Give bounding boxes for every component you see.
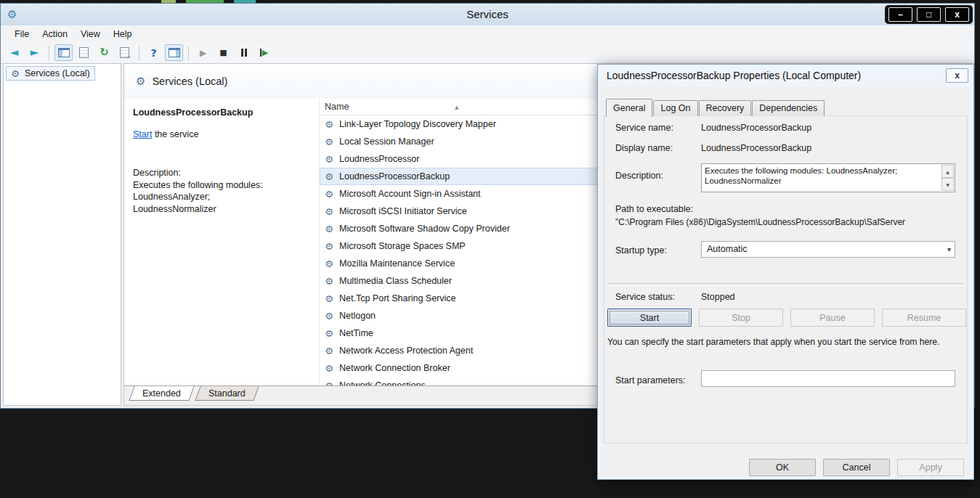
name-column-label: Name xyxy=(325,102,349,112)
export-list-icon: → xyxy=(120,47,129,58)
service-name-label: Microsoft iSCSI Initiator Service xyxy=(339,206,467,216)
pause-service-button[interactable] xyxy=(235,44,253,61)
service-gear-icon: ⚙ xyxy=(323,224,335,234)
scroll-up-button[interactable]: ▲ xyxy=(941,165,954,178)
menu-item-action[interactable]: Action xyxy=(36,27,74,41)
refresh-button[interactable]: ↻ xyxy=(95,44,113,61)
start-service-button[interactable]: ▶ xyxy=(194,44,212,61)
ok-button[interactable]: OK xyxy=(749,459,816,476)
display-name-value: LoudnessProcessorBackup xyxy=(701,143,811,153)
startup-type-value: Automatic xyxy=(707,242,748,257)
service-gear-icon: ⚙ xyxy=(323,137,335,147)
service-gear-icon: ⚙ xyxy=(323,364,335,373)
description-scrollbar: ▲ ▼ xyxy=(941,165,954,191)
tree-item-label: Services (Local) xyxy=(25,68,90,78)
toolbar-separator xyxy=(139,46,139,60)
description-textbox[interactable]: Executes the following modules: Loudness… xyxy=(701,163,955,192)
export-arrow-icon: → xyxy=(124,52,131,60)
service-gear-icon: ⚙ xyxy=(323,120,335,129)
close-button[interactable]: x xyxy=(945,7,969,22)
toolbar-separator xyxy=(188,46,189,60)
properties-icon xyxy=(79,47,89,58)
menu-item-help[interactable]: Help xyxy=(107,27,139,41)
dialog-title: LoudnessProcessorBackup Properties (Loca… xyxy=(607,65,861,86)
tab-extended[interactable]: Extended xyxy=(129,386,194,401)
start-service-icon: ▶ xyxy=(200,49,206,57)
resume-button[interactable]: Resume xyxy=(882,309,966,327)
description-text: Executes the following modules: Loudness… xyxy=(705,166,939,186)
dialog-close-button[interactable]: x xyxy=(946,68,968,83)
toolbar: ◄ ► ↻ → ? ▶ ■ ▶ xyxy=(1,42,974,64)
service-name-label: Service name: xyxy=(615,123,673,133)
path-to-executable-value: "C:\Program Files (x86)\DigaSystem\Loudn… xyxy=(615,217,971,227)
service-name-label: Microsoft Storage Spaces SMP xyxy=(339,241,466,251)
scroll-down-button[interactable]: ▼ xyxy=(941,178,954,191)
apply-button[interactable]: Apply xyxy=(897,459,964,476)
properties-button[interactable] xyxy=(75,44,93,61)
dialog-titlebar: LoudnessProcessorBackup Properties (Loca… xyxy=(598,65,973,87)
start-service-link[interactable]: Start xyxy=(133,129,152,139)
service-name-label: Microsoft Software Shadow Copy Provider xyxy=(339,224,510,234)
tab-dependencies[interactable]: Dependencies xyxy=(752,100,825,116)
description-label: Description: xyxy=(133,167,272,179)
console-tree-button[interactable] xyxy=(54,44,73,61)
maximize-button[interactable]: □ xyxy=(917,7,941,22)
tab-recovery[interactable]: Recovery xyxy=(699,100,752,116)
services-app-icon: ⚙ xyxy=(7,8,17,21)
service-gear-icon: ⚙ xyxy=(323,346,335,356)
service-name-label: Multimedia Class Scheduler xyxy=(339,276,452,286)
menu-item-view[interactable]: View xyxy=(74,27,107,41)
service-name-label: Microsoft Account Sign-in Assistant xyxy=(339,189,481,199)
restart-service-button[interactable]: ▶ xyxy=(255,44,273,61)
back-icon: ◄ xyxy=(10,47,19,58)
chevron-down-icon: ▾ xyxy=(947,242,951,257)
stop-service-button[interactable]: ■ xyxy=(214,44,232,61)
stop-button[interactable]: Stop xyxy=(699,309,783,327)
tab-extended-label: Extended xyxy=(142,388,181,399)
action-pane-button[interactable] xyxy=(165,44,183,61)
service-name-label: Link-Layer Topology Discovery Mapper xyxy=(339,119,496,129)
service-action-rest: the service xyxy=(155,129,198,139)
dialog-footer-buttons: OK Cancel Apply xyxy=(749,459,964,476)
window-title: Services xyxy=(466,4,509,25)
service-gear-icon: ⚙ xyxy=(323,207,335,216)
toolbar-separator xyxy=(49,46,49,60)
service-gear-icon: ⚙ xyxy=(323,329,335,338)
menu-bar: File Action View Help xyxy=(1,25,974,43)
service-name-label: NetTime xyxy=(339,328,373,338)
sort-ascending-icon: ▲ xyxy=(455,99,458,115)
pause-button[interactable]: Pause xyxy=(790,309,875,327)
service-name-label: Network Access Protection Agent xyxy=(339,346,473,356)
extended-detail-pane: LoudnessProcessorBackup Start the servic… xyxy=(124,99,319,385)
section-divider xyxy=(608,283,963,286)
start-parameters-label: Start parameters: xyxy=(615,375,686,385)
service-status-value: Stopped xyxy=(701,292,735,302)
service-name-value: LoudnessProcessorBackup xyxy=(701,123,811,133)
service-name-label: Network Connection Broker xyxy=(339,363,450,373)
services-gear-icon: ⚙ xyxy=(9,69,21,78)
help-icon: ? xyxy=(150,48,156,58)
minimize-button[interactable]: – xyxy=(888,7,912,22)
service-status-label: Service status: xyxy=(615,292,675,302)
tree-item-services-local[interactable]: ⚙ Services (Local) xyxy=(6,66,95,81)
titlebar-controls: – □ x xyxy=(885,5,973,24)
service-name-label: LoudnessProcessor xyxy=(339,154,419,164)
tab-general[interactable]: General xyxy=(606,99,652,117)
startup-type-select[interactable]: Automatic ▾ xyxy=(701,241,955,258)
service-gear-icon: ⚙ xyxy=(323,155,335,164)
menu-item-file[interactable]: File xyxy=(8,27,36,41)
back-button[interactable]: ◄ xyxy=(5,44,23,61)
tab-standard[interactable]: Standard xyxy=(195,386,259,401)
start-button[interactable]: Start xyxy=(607,309,692,327)
start-parameters-input[interactable] xyxy=(701,370,955,387)
export-list-button[interactable]: → xyxy=(116,44,134,61)
services-window-titlebar: ⚙ Services – □ x xyxy=(1,4,974,26)
service-name-label: Net.Tcp Port Sharing Service xyxy=(339,293,456,303)
console-tree-icon xyxy=(58,48,70,57)
service-gear-icon: ⚙ xyxy=(323,294,335,303)
tab-log-on[interactable]: Log On xyxy=(653,100,697,116)
selected-service-name: LoudnessProcessorBackup xyxy=(133,107,313,118)
help-button[interactable]: ? xyxy=(145,44,163,61)
forward-button[interactable]: ► xyxy=(25,44,44,61)
cancel-button[interactable]: Cancel xyxy=(823,459,890,476)
